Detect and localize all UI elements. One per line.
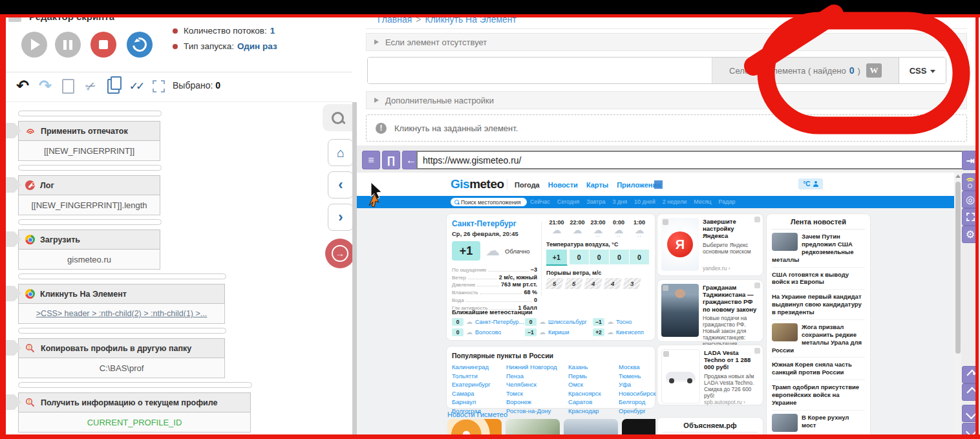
city-link[interactable]: Уфа xyxy=(619,381,651,388)
city-link[interactable]: Барнаул xyxy=(452,398,506,405)
url-bar[interactable] xyxy=(416,151,963,169)
copy-icon[interactable] xyxy=(59,76,77,96)
drop-connector[interactable] xyxy=(18,382,252,388)
quick-link[interactable]: 10 дней xyxy=(634,198,655,205)
ad-link[interactable]: yandex.ru › xyxy=(703,265,759,272)
city-link[interactable]: Воронеж xyxy=(506,398,568,405)
action-copy-profile[interactable]: Копировать профиль в другую папку C:\BAS… xyxy=(18,338,225,378)
drop-connector[interactable] xyxy=(18,219,162,225)
quick-link[interactable]: Сегодня xyxy=(557,198,580,205)
paste-icon[interactable] xyxy=(104,76,122,96)
feed-item[interactable]: Южная Корея сняла часть санкций против Р… xyxy=(772,358,865,380)
feed-item[interactable]: Жога призвал сохранить редкие металлы Ур… xyxy=(772,320,865,358)
quick-link[interactable]: Завтра xyxy=(586,198,605,205)
feed-item[interactable]: Трамп одобрил присутствие европейских во… xyxy=(772,380,865,411)
stop-button[interactable] xyxy=(91,32,116,58)
browser-scrollbar[interactable] xyxy=(954,173,961,439)
ad-image: Я xyxy=(661,218,699,271)
gismeteo-logo[interactable]: Gismeteo xyxy=(451,177,504,191)
city-link[interactable]: Белгород xyxy=(619,398,651,405)
drop-connector[interactable] xyxy=(18,328,226,334)
city-link[interactable]: Казань xyxy=(568,363,619,370)
feed-item[interactable]: Зачем Путин предложил США редкоземельные… xyxy=(772,230,865,268)
city-link[interactable]: Саратов xyxy=(568,398,619,405)
section-advanced[interactable]: Дополнительные настройки xyxy=(366,91,967,109)
pause-button[interactable] xyxy=(55,32,81,58)
station-item[interactable]: −1 ☁ Кириши xyxy=(525,328,593,336)
city-link[interactable]: Оренбург xyxy=(619,407,651,414)
city-link[interactable]: Новосибирск xyxy=(619,390,651,397)
breadcrumb-home-link[interactable]: Главная xyxy=(378,17,412,25)
station-item[interactable]: +2 ☁ Кингисепп xyxy=(593,328,651,336)
undo-icon[interactable]: ↶ xyxy=(14,76,32,96)
ad-yandex[interactable]: Я Завершите настройку Яндекса Выберите Я… xyxy=(657,213,763,276)
city-link[interactable]: Пенза xyxy=(506,372,568,380)
next-button[interactable]: › xyxy=(328,204,354,231)
gisnews-title-link[interactable]: Новости Гисметео xyxy=(447,411,507,418)
city-link[interactable]: Красноярск xyxy=(568,390,619,397)
city-link[interactable]: Екатеринбург xyxy=(452,381,506,388)
selection-box-icon[interactable] xyxy=(149,76,167,96)
nav-news[interactable]: Новости xyxy=(548,181,578,189)
select-all-icon[interactable]: ✓✓ xyxy=(127,76,145,96)
selector-input[interactable] xyxy=(368,58,712,83)
station-item[interactable]: 0 ☁ Волосово xyxy=(452,328,525,336)
city-link[interactable]: Тюмень xyxy=(619,372,651,380)
runtype-setting[interactable]: Тип запуска:Один раз xyxy=(173,41,277,51)
cut-icon[interactable]: ✂ xyxy=(78,73,103,98)
nav-weather[interactable]: Погода xyxy=(515,181,540,189)
browser-tabs-button[interactable]: ∏ xyxy=(382,151,400,169)
section-if-missing[interactable]: Если элемент отсутствует xyxy=(366,33,967,51)
scrollbar-thumb[interactable] xyxy=(955,182,961,354)
action-get-profile-info[interactable]: Получить информацию о текущем профиле CU… xyxy=(18,392,251,433)
restart-button[interactable] xyxy=(127,32,153,58)
city-link[interactable]: Пермь xyxy=(568,372,619,380)
station-item[interactable]: −1 ☁ Тосно xyxy=(593,318,651,326)
home-button[interactable]: ⌂ xyxy=(328,139,354,166)
browser-menu-button[interactable]: ≡ xyxy=(362,151,380,169)
record-action-button[interactable]: → xyxy=(325,239,355,268)
city-link[interactable]: Тольятти xyxy=(452,372,506,380)
drop-connector[interactable] xyxy=(18,273,226,279)
quick-link[interactable]: Сейчас xyxy=(530,198,550,205)
city-link[interactable]: Томск xyxy=(506,390,568,397)
selector-mode-dropdown[interactable]: CSS xyxy=(899,58,946,83)
ad-migrant[interactable]: Гражданам Таджикистана — гражданство РФ … xyxy=(657,279,763,342)
ad-link[interactable]: spb.autospot.ru › xyxy=(704,399,759,405)
drop-connector[interactable] xyxy=(18,111,162,116)
nav-apps[interactable]: Приложения xyxy=(617,181,661,189)
action-apply-fingerprint[interactable]: Применить отпечаток [[NEW_FINGERPRINT]] xyxy=(18,121,160,161)
wiki-button[interactable]: W xyxy=(866,63,882,78)
city-link[interactable]: Ростов-на-Дону xyxy=(506,407,568,414)
city-link[interactable]: Калининград xyxy=(452,363,506,370)
city-link[interactable]: Самара xyxy=(452,390,506,397)
drop-connector[interactable] xyxy=(18,165,162,171)
location-search[interactable]: Поиск местоположения xyxy=(451,198,527,206)
redo-icon[interactable]: ↷ xyxy=(36,76,54,96)
search-actions-tab[interactable] xyxy=(323,104,352,131)
nav-maps[interactable]: Карты xyxy=(586,181,608,189)
quick-link[interactable]: Месяц xyxy=(694,198,711,205)
feed-item[interactable]: США готовятся к выводу войск из Европы xyxy=(772,268,865,290)
station-item[interactable]: 0 ☁ Шлиссельбург xyxy=(525,318,593,326)
quick-link[interactable]: Радар xyxy=(718,198,735,205)
city-link[interactable]: Краснодар xyxy=(568,407,619,414)
prev-button[interactable]: ‹ xyxy=(328,171,354,198)
action-click-element[interactable]: Кликнуть На Элемент >CSS> header > :nth-… xyxy=(18,284,225,324)
action-log[interactable]: Лог [[NEW_FINGERPRINT]].length xyxy=(18,175,160,215)
quick-link[interactable]: 2 недели xyxy=(663,198,687,205)
city-link[interactable]: Омск xyxy=(568,381,619,388)
station-item[interactable]: 0 ☁ Санкт-Петербург (П... xyxy=(452,318,525,326)
city-link[interactable]: Москва xyxy=(619,363,651,370)
threads-setting[interactable]: Количество потоков:1 xyxy=(173,26,277,36)
city-link[interactable]: Нижний Новгород xyxy=(506,363,568,370)
quick-link[interactable]: 3 дня xyxy=(612,198,627,205)
feed-item[interactable]: В Корее рухнул мост xyxy=(772,411,865,437)
feed-item[interactable]: На Украине первый кандидат выдвинул свою… xyxy=(772,290,865,320)
city-link[interactable]: Челябинск xyxy=(506,381,568,388)
ad-lada[interactable]: LADA Vesta Techno от 1 288 000 руб! Прод… xyxy=(657,345,763,405)
units-profile-badge[interactable]: °C xyxy=(798,178,823,189)
breadcrumb-current[interactable]: Кликнуть На Элемент xyxy=(425,17,517,25)
action-load-url[interactable]: Загрузить gismeteo.ru xyxy=(18,230,160,270)
play-button[interactable] xyxy=(21,32,47,58)
